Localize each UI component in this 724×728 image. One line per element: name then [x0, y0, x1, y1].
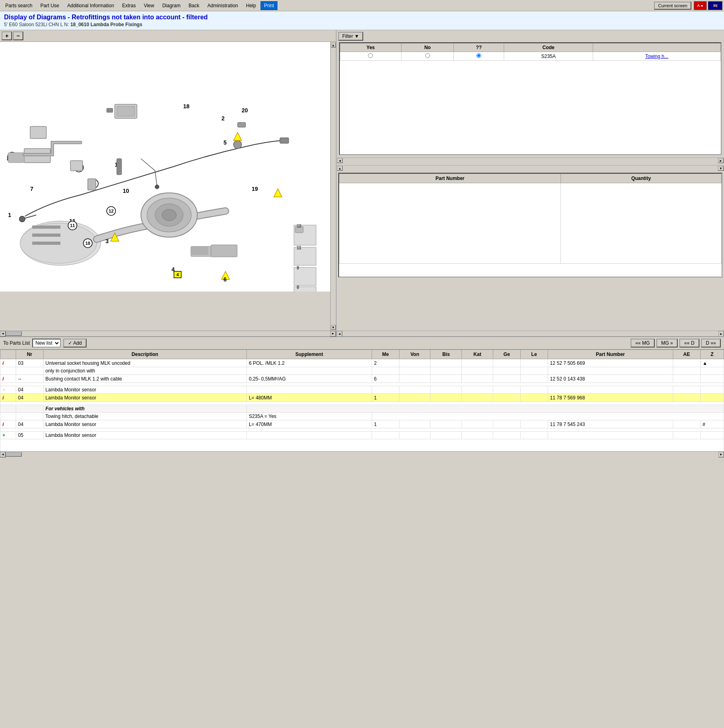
right-nav-left[interactable]: ◄: [337, 158, 343, 163]
right-nav2-up[interactable]: ▲: [337, 166, 343, 171]
cell-icon: i: [0, 394, 16, 402]
table-row-empty: [0, 439, 724, 451]
menu-part-use[interactable]: Part Use: [37, 1, 63, 10]
nav-mg-back[interactable]: «« MG: [631, 339, 655, 347]
table-row-highlighted[interactable]: i 04 Lambda Monitor sensor L= 480MM 1 11…: [0, 394, 724, 402]
menu-help[interactable]: Help: [242, 1, 260, 10]
parts-hscroll-right[interactable]: ►: [718, 452, 724, 457]
zoom-in-button[interactable]: +: [2, 31, 12, 40]
parts-hscroll-thumb[interactable]: [6, 452, 22, 457]
cell-nr: 04: [16, 420, 43, 428]
cell-nr: --: [16, 375, 43, 383]
diagram-area: + −: [0, 30, 337, 336]
cell-pn: 11 78 7 545 243: [548, 420, 673, 428]
parts-table-container[interactable]: Nr Description Supplement Me Von Bis Kat…: [0, 350, 724, 451]
table-row[interactable]: i -- Bushing contact MLK 1.2 with cable …: [0, 375, 724, 383]
menu-administration[interactable]: Administration: [204, 1, 242, 10]
hscroll-thumb[interactable]: [6, 331, 22, 336]
zoom-out-button[interactable]: −: [13, 31, 23, 40]
cell-z: ▲: [700, 359, 724, 367]
menu-diagram[interactable]: Diagram: [159, 1, 184, 10]
cell-bis: [430, 375, 462, 383]
small-connectors: [191, 245, 237, 257]
right-nav-right[interactable]: ►: [718, 158, 724, 163]
cell-nr: 04: [16, 394, 43, 402]
vscroll-down[interactable]: ▼: [331, 325, 336, 330]
filter-button[interactable]: Filter ▼: [338, 32, 363, 41]
language-uk-flag[interactable]: 🇬🇧: [708, 1, 722, 10]
table-row[interactable]: i 03 Universal socket housing MLK uncode…: [0, 359, 724, 367]
table-row[interactable]: i 04 Lambda Monitor sensor L= 470MM 1 11…: [0, 420, 724, 428]
table-row[interactable]: + 05 Lambda Monitor sensor: [0, 432, 724, 439]
table-row[interactable]: − 04 Lambda Monitor sensor: [0, 386, 724, 394]
filter-section: Filter ▼ Yes No ?? Code: [337, 30, 724, 157]
filter-maybe-radio[interactable]: [454, 52, 504, 61]
flag-uk-text: 🇬🇧: [713, 4, 718, 8]
menu-back[interactable]: Back: [185, 1, 203, 10]
right-parts-table: Part Number Quantity: [339, 174, 722, 264]
diagram-svg: ⚡ 1 2 3 4: [0, 42, 330, 292]
diagram-with-scroll: ⚡ 1 2 3 4: [0, 42, 336, 331]
cell-z: [700, 432, 724, 439]
cell-le: [520, 394, 548, 402]
right-hscroll[interactable]: ◄ ►: [337, 331, 724, 336]
col-me: Me: [372, 350, 399, 359]
menu-extras[interactable]: Extras: [118, 1, 139, 10]
menu-parts-search[interactable]: Parts search: [2, 1, 36, 10]
filter-yes-radio[interactable]: [340, 52, 401, 61]
language-de-flag[interactable]: A◄: [694, 1, 707, 10]
col-ge: Ge: [493, 350, 520, 359]
hscroll-right[interactable]: ►: [330, 331, 336, 337]
cell-bis: [430, 394, 462, 402]
zoom-toolbar: + −: [0, 30, 336, 42]
cell-le: [520, 359, 548, 367]
table-row[interactable]: only in conjunction with: [0, 367, 724, 375]
cell-supp: [246, 432, 372, 439]
cell-for-vehicles: For vehicles with: [43, 405, 246, 413]
cell-von: [399, 432, 430, 439]
hscroll-left[interactable]: ◄: [0, 331, 6, 337]
diagram-svg-container[interactable]: ⚡ 1 2 3 4: [0, 42, 330, 292]
cell-supp: [246, 386, 372, 394]
cell-icon: +: [0, 432, 16, 439]
nav-d-back[interactable]: «« D: [679, 339, 699, 347]
parts-hscroll-left[interactable]: ◄: [0, 452, 6, 457]
cell-ge: [493, 359, 520, 367]
menu-print[interactable]: Print: [261, 1, 278, 10]
filter-table: Yes No ?? Code: [340, 43, 721, 61]
cell-desc: only in conjunction with: [43, 367, 246, 375]
cell-me: [372, 432, 399, 439]
svg-point-10: [234, 141, 242, 149]
svg-text:5: 5: [223, 139, 227, 146]
nav-d-fwd[interactable]: D »»: [701, 339, 721, 347]
cell-ge: [493, 432, 520, 439]
current-screen-button[interactable]: Current screen: [654, 2, 691, 10]
nav-mg-fwd[interactable]: MG »: [656, 339, 678, 347]
right-nav2-down[interactable]: ▼: [718, 166, 724, 171]
filter-desc: Towing h...: [593, 52, 720, 61]
diagram-hscrollbar[interactable]: ◄ ►: [0, 331, 336, 336]
right-hscroll-left[interactable]: ◄: [337, 331, 342, 337]
bottom-toolbar: To Parts List New list ✓ Add «« MG MG » …: [0, 336, 724, 350]
svg-text:19: 19: [252, 186, 258, 192]
filter-no-radio[interactable]: [401, 52, 454, 61]
right-parts-scroll[interactable]: Part Number Quantity: [338, 173, 722, 277]
new-list-select[interactable]: New list: [32, 339, 61, 347]
cell-ae: [673, 394, 700, 402]
table-row[interactable]: Towing hitch, detachable S235A = Yes: [0, 413, 724, 420]
menu-view[interactable]: View: [140, 1, 158, 10]
right-hscroll-right[interactable]: ►: [718, 331, 724, 337]
svg-text:7: 7: [30, 186, 33, 192]
diagram-vscrollbar[interactable]: ▲ ▼: [330, 42, 336, 331]
cell-z: [700, 375, 724, 383]
parts-table-hscroll[interactable]: ◄ ►: [0, 451, 724, 457]
parts-table-body: i 03 Universal socket housing MLK uncode…: [0, 359, 724, 451]
cell-kat: [462, 367, 493, 375]
vscroll-up[interactable]: ▲: [331, 43, 336, 48]
cell-desc: Bushing contact MLK 1.2 with cable: [43, 375, 246, 383]
table-row: [0, 402, 724, 405]
cell-ae: [673, 359, 700, 367]
cell-kat: [462, 394, 493, 402]
menu-additional-info[interactable]: Additional Information: [64, 1, 118, 10]
add-button[interactable]: ✓ Add: [63, 339, 87, 347]
